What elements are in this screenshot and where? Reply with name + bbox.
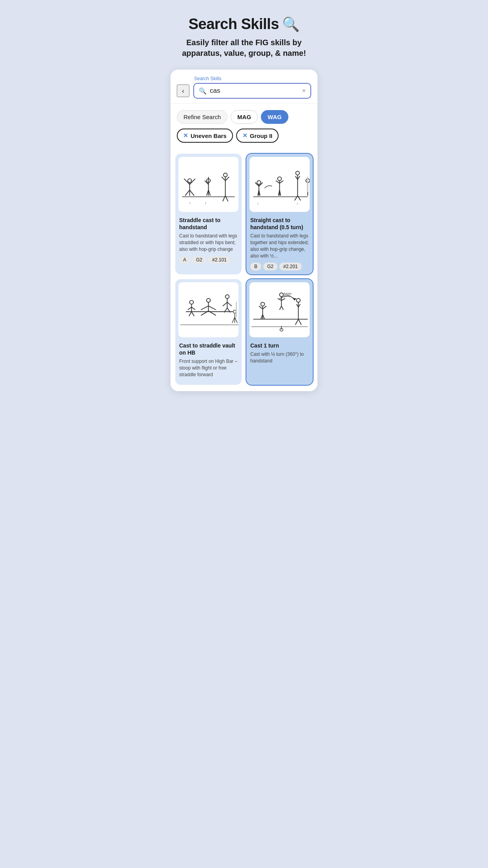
apparatus-wag-button[interactable]: WAG xyxy=(261,110,288,124)
uneven-bars-filter-button[interactable]: ✕ Uneven Bars xyxy=(177,129,233,143)
svg-line-85 xyxy=(295,319,299,324)
skill-illustration-4: 360° xyxy=(250,282,310,337)
svg-line-36 xyxy=(297,196,301,200)
svg-line-53 xyxy=(201,306,208,310)
scroll-indicator-2 xyxy=(307,177,308,192)
svg-line-81 xyxy=(280,306,282,310)
skill-name-4: Cast 1 turn xyxy=(250,342,309,349)
svg-point-58 xyxy=(226,294,229,298)
uneven-bars-label: Uneven Bars xyxy=(191,132,227,139)
skill-card-3[interactable]: Cast to straddle vault on HB Front suppo… xyxy=(175,279,242,385)
tag-value-2: B xyxy=(250,263,261,270)
skill-image-3 xyxy=(178,282,238,337)
svg-point-52 xyxy=(207,298,211,302)
search-label: Search Skills xyxy=(177,76,311,81)
svg-line-59 xyxy=(223,302,227,306)
subtitle: Easily filter all the FIG skills by appa… xyxy=(177,37,311,59)
svg-line-35 xyxy=(295,196,298,200)
magnifier-icon: 🔍 xyxy=(282,16,300,33)
app-title: Search Skills 🔍 xyxy=(171,16,317,33)
svg-line-65 xyxy=(232,317,235,323)
svg-line-60 xyxy=(227,302,231,306)
svg-line-30 xyxy=(280,180,284,183)
svg-point-22 xyxy=(257,180,261,184)
svg-point-84 xyxy=(297,298,301,302)
skill-info-4: Cast 1 turn Cast with ¼ turn (360°) to h… xyxy=(246,340,313,371)
svg-point-78 xyxy=(280,293,284,297)
skill-image-2: ↓ ↓ xyxy=(250,157,310,212)
skill-tags-2: B G2 #2.201 xyxy=(250,263,309,270)
svg-line-49 xyxy=(189,311,192,316)
svg-line-4 xyxy=(185,190,189,195)
tag-number-2: #2.201 xyxy=(279,263,302,270)
group2-close-icon: ✕ xyxy=(242,132,248,139)
tag-number-1: #2.101 xyxy=(208,256,231,264)
skill-desc-2: Cast to handstand with legs together and… xyxy=(250,233,309,259)
tag-group-2: G2 xyxy=(263,263,277,270)
skill-name-1: Straddle cast to handstand xyxy=(179,217,238,231)
skill-name-2: Straight cast to handstand (0.5 turn) xyxy=(250,217,309,231)
skill-illustration-3 xyxy=(178,282,238,337)
svg-line-50 xyxy=(191,311,194,316)
skill-desc-1: Cast to handstand with legs straddled or… xyxy=(179,233,238,252)
skill-image-4: 360° xyxy=(250,282,310,337)
title-text: Search Skills xyxy=(189,16,279,33)
header-section: Search Skills 🔍 Easily filter all the FI… xyxy=(171,16,317,59)
skill-illustration-2: ↓ ↓ xyxy=(250,157,310,212)
clear-button[interactable]: × xyxy=(302,87,306,94)
group2-label: Group II xyxy=(250,132,273,139)
svg-text:↓: ↓ xyxy=(257,201,259,205)
refine-search-button[interactable]: Refine Search xyxy=(177,110,227,124)
skill-card-4[interactable]: 360° xyxy=(246,279,313,385)
apparatus-mag-button[interactable]: MAG xyxy=(231,110,258,124)
svg-line-3 xyxy=(190,179,195,184)
skill-desc-4: Cast with ¼ turn (360°) to handstand xyxy=(250,351,309,364)
search-bar-section: Search Skills ‹ 🔍 × xyxy=(171,70,317,104)
tag-group-1: G2 xyxy=(192,256,206,264)
svg-line-47 xyxy=(188,307,192,310)
uneven-bars-close-icon: ✕ xyxy=(183,132,188,139)
svg-line-2 xyxy=(184,179,189,184)
search-input-row: ‹ 🔍 × xyxy=(177,83,311,99)
svg-text:↑: ↑ xyxy=(205,201,207,205)
svg-point-1 xyxy=(188,179,192,183)
svg-line-54 xyxy=(209,306,216,310)
page-wrapper: Search Skills 🔍 Easily filter all the FI… xyxy=(163,0,325,399)
svg-line-80 xyxy=(281,298,285,300)
svg-text:↑: ↑ xyxy=(189,201,191,205)
scroll-indicator-3 xyxy=(236,302,237,318)
svg-line-14 xyxy=(223,196,226,201)
group2-filter-button[interactable]: ✕ Group II xyxy=(236,129,279,143)
svg-line-16 xyxy=(222,177,226,181)
svg-line-86 xyxy=(298,319,301,324)
search-input[interactable] xyxy=(210,87,299,95)
skill-info-2: Straight cast to handstand (0.5 turn) Ca… xyxy=(246,214,313,274)
svg-line-17 xyxy=(226,177,229,181)
results-grid: ↑ ↑ Straddle cast to handstand Cast to h… xyxy=(171,151,317,391)
app-card: Search Skills ‹ 🔍 × Refine Search MAG WA… xyxy=(171,70,317,391)
svg-marker-69 xyxy=(293,298,297,300)
svg-point-72 xyxy=(261,302,265,306)
svg-point-28 xyxy=(278,177,282,181)
skill-desc-3: Front support on High Bar – stoop with f… xyxy=(179,358,238,378)
tag-value-1: A xyxy=(179,256,190,264)
skill-card-1[interactable]: ↑ ↑ Straddle cast to handstand Cast to h… xyxy=(175,154,242,274)
skill-info-1: Straddle cast to handstand Cast to hands… xyxy=(175,214,242,268)
skill-name-3: Cast to straddle vault on HB xyxy=(179,342,238,356)
skill-tags-1: A G2 #2.101 xyxy=(179,256,238,264)
filter-row-apparatus: Refine Search MAG WAG xyxy=(177,110,311,124)
svg-text:↓: ↓ xyxy=(297,201,298,205)
filter-row-active: ✕ Uneven Bars ✕ Group II xyxy=(177,129,311,143)
svg-line-48 xyxy=(191,307,195,310)
svg-line-74 xyxy=(262,306,266,309)
svg-line-66 xyxy=(235,317,237,323)
skill-illustration-1: ↑ ↑ xyxy=(178,157,238,212)
skill-card-2[interactable]: ↓ ↓ Straight cast to handstand (0.5 turn… xyxy=(246,154,313,274)
back-button[interactable]: ‹ xyxy=(177,85,189,97)
skill-info-3: Cast to straddle vault on HB Front suppo… xyxy=(175,340,242,385)
search-icon: 🔍 xyxy=(199,87,207,95)
svg-point-34 xyxy=(296,171,300,175)
svg-line-29 xyxy=(276,180,280,183)
filter-section: Refine Search MAG WAG ✕ Uneven Bars ✕ Gr… xyxy=(171,104,317,151)
svg-line-79 xyxy=(278,298,282,300)
